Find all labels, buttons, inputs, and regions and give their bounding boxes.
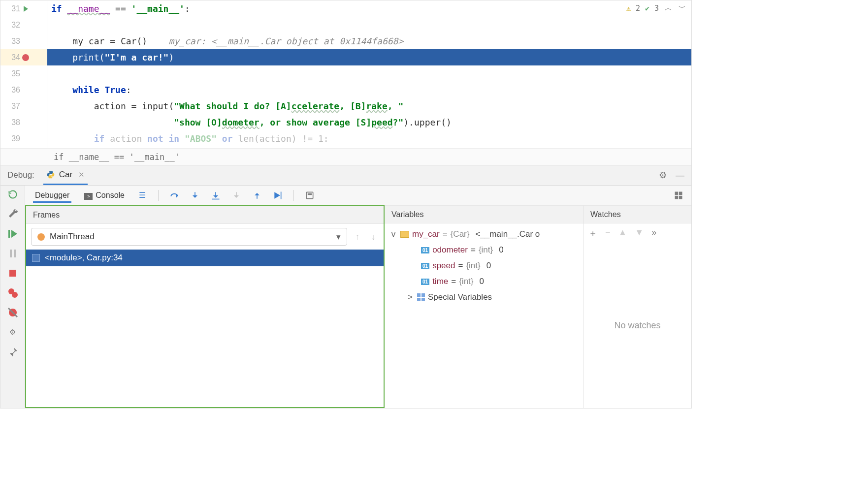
code-line[interactable]: while True: bbox=[47, 82, 691, 98]
run-icon[interactable] bbox=[24, 6, 28, 12]
svg-rect-9 bbox=[212, 198, 219, 199]
watches-title: Watches bbox=[584, 206, 691, 223]
code-area[interactable]: ⚠2 ✔3 ︿ ﹀ if __name__ == '__main__': my_… bbox=[47, 0, 691, 148]
pin-icon[interactable] bbox=[7, 346, 19, 358]
gutter-line[interactable]: 33 bbox=[0, 33, 47, 49]
watches-empty: No watches bbox=[584, 243, 691, 408]
frame-icon bbox=[32, 254, 40, 262]
check-icon[interactable]: ✔ bbox=[645, 4, 649, 13]
inspections: ⚠2 ✔3 ︿ ﹀ bbox=[626, 3, 686, 13]
step-into-icon[interactable] bbox=[190, 190, 200, 200]
minimize-icon[interactable]: — bbox=[676, 170, 684, 181]
chevron-down-icon[interactable]: ﹀ bbox=[678, 3, 686, 13]
svg-rect-0 bbox=[8, 230, 10, 238]
svg-rect-3 bbox=[14, 250, 16, 257]
tab-debugger[interactable]: Debugger bbox=[33, 188, 71, 203]
editor: 31 32 33 34 35 36 37 38 39 ⚠2 ✔3 ︿ ﹀ if … bbox=[0, 0, 691, 148]
variable-node[interactable]: 01 time = {int} 0 bbox=[389, 274, 578, 289]
int-icon: 01 bbox=[421, 279, 429, 285]
int-icon: 01 bbox=[421, 247, 429, 253]
view-breakpoints-icon[interactable] bbox=[7, 287, 19, 299]
chevron-up-icon[interactable]: ︿ bbox=[664, 3, 673, 13]
variable-node[interactable]: v my_car = {Car} <__main__.Car o bbox=[389, 226, 578, 242]
code-line[interactable] bbox=[47, 17, 691, 33]
close-icon[interactable]: ✕ bbox=[78, 170, 85, 179]
add-watch-icon[interactable]: ＋ bbox=[588, 227, 597, 239]
debug-left-rail: ⚙ bbox=[0, 186, 25, 408]
svg-rect-11 bbox=[306, 192, 313, 198]
pause-icon[interactable] bbox=[7, 248, 19, 259]
force-step-into-icon[interactable] bbox=[231, 190, 241, 200]
gutter-line[interactable]: 37 bbox=[0, 98, 47, 114]
debug-body: ⚙ Debugger >Console ☰ Frames bbox=[0, 186, 691, 408]
resume-icon[interactable] bbox=[7, 228, 19, 240]
svg-marker-1 bbox=[11, 230, 17, 238]
thread-status-icon bbox=[37, 233, 45, 241]
gutter-line-breakpoint[interactable]: 34 bbox=[0, 49, 47, 65]
move-up-icon[interactable]: ▲ bbox=[618, 227, 627, 239]
frames-panel: Frames MainThread ▾ ↑ ↓ <module>, Car.py bbox=[25, 205, 385, 408]
svg-point-6 bbox=[12, 292, 18, 298]
gutter-line[interactable]: 36 bbox=[0, 82, 47, 98]
special-vars-icon bbox=[417, 293, 425, 301]
svg-rect-4 bbox=[9, 270, 16, 277]
gutter-line[interactable]: 32 bbox=[0, 17, 47, 33]
expand-icon[interactable]: v bbox=[389, 229, 397, 239]
object-icon bbox=[400, 231, 409, 238]
watches-panel: Watches ＋ − ▲ ▼ » No watches bbox=[583, 205, 691, 408]
code-line-current[interactable]: print("I'm a car!") bbox=[47, 49, 691, 65]
breadcrumb[interactable]: if __name__ == '__main__' bbox=[0, 148, 691, 165]
variable-node[interactable]: 01 speed = {int} 0 bbox=[389, 258, 578, 274]
svg-rect-13 bbox=[675, 191, 679, 195]
next-frame-icon[interactable]: ↓ bbox=[368, 232, 379, 242]
warning-icon[interactable]: ⚠ bbox=[626, 4, 631, 13]
remove-watch-icon[interactable]: − bbox=[605, 227, 611, 239]
breakpoint-icon[interactable] bbox=[22, 54, 29, 61]
int-icon: 01 bbox=[421, 263, 429, 269]
code-line[interactable]: if action not in "ABOS" or len(action) !… bbox=[47, 130, 691, 147]
debug-label: Debug: bbox=[7, 170, 34, 180]
variables-panel: Variables v my_car = {Car} <__main__.Car… bbox=[385, 205, 583, 408]
step-out-icon[interactable] bbox=[252, 190, 262, 200]
svg-rect-15 bbox=[675, 195, 679, 199]
debug-run-tab[interactable]: Car ✕ bbox=[43, 165, 88, 185]
tab-console[interactable]: >Console bbox=[82, 188, 127, 203]
gutter-line[interactable]: 31 bbox=[0, 0, 47, 17]
gutter-line[interactable]: 39 bbox=[0, 130, 47, 147]
svg-rect-2 bbox=[10, 250, 12, 257]
settings-icon[interactable]: ⚙ bbox=[7, 326, 19, 338]
chevron-down-icon[interactable]: ▾ bbox=[336, 232, 341, 242]
variable-node[interactable]: 01 odometer = {int} 0 bbox=[389, 242, 578, 258]
layout-icon[interactable] bbox=[674, 190, 683, 200]
console-icon: > bbox=[84, 193, 93, 200]
code-line[interactable]: my_car = Car() my_car: <__main__.Car obj… bbox=[47, 33, 691, 49]
svg-rect-14 bbox=[679, 191, 682, 195]
more-icon[interactable]: » bbox=[651, 227, 656, 239]
code-line[interactable]: if __name__ == '__main__': bbox=[47, 0, 691, 17]
code-line[interactable]: "show [O]dometer, or show average [S]pee… bbox=[47, 114, 691, 130]
move-down-icon[interactable]: ▼ bbox=[635, 227, 644, 239]
thread-selector[interactable]: MainThread ▾ bbox=[31, 228, 347, 246]
python-icon bbox=[46, 170, 55, 179]
code-line[interactable]: action = input("What should I do? [A]cce… bbox=[47, 98, 691, 114]
variable-node[interactable]: > Special Variables bbox=[389, 289, 578, 305]
frames-title: Frames bbox=[26, 206, 384, 224]
prev-frame-icon[interactable]: ↑ bbox=[352, 232, 363, 242]
stop-icon[interactable] bbox=[7, 267, 19, 279]
gutter-line[interactable]: 35 bbox=[0, 65, 47, 82]
gutter-line[interactable]: 38 bbox=[0, 114, 47, 130]
threads-icon[interactable]: ☰ bbox=[137, 190, 147, 200]
rerun-icon[interactable] bbox=[7, 189, 19, 200]
gutter: 31 32 33 34 35 36 37 38 39 bbox=[0, 0, 47, 148]
mute-breakpoints-icon[interactable] bbox=[7, 307, 19, 318]
evaluate-icon[interactable] bbox=[305, 190, 315, 200]
expand-icon[interactable]: > bbox=[406, 292, 414, 302]
step-into-my-code-icon[interactable] bbox=[211, 190, 221, 200]
run-to-cursor-icon[interactable] bbox=[273, 190, 283, 200]
wrench-icon[interactable] bbox=[7, 208, 19, 220]
svg-rect-16 bbox=[679, 195, 682, 199]
step-over-icon[interactable] bbox=[169, 190, 179, 200]
gear-icon[interactable]: ⚙ bbox=[659, 170, 667, 181]
stack-frame[interactable]: <module>, Car.py:34 bbox=[26, 250, 384, 266]
code-line[interactable] bbox=[47, 65, 691, 82]
